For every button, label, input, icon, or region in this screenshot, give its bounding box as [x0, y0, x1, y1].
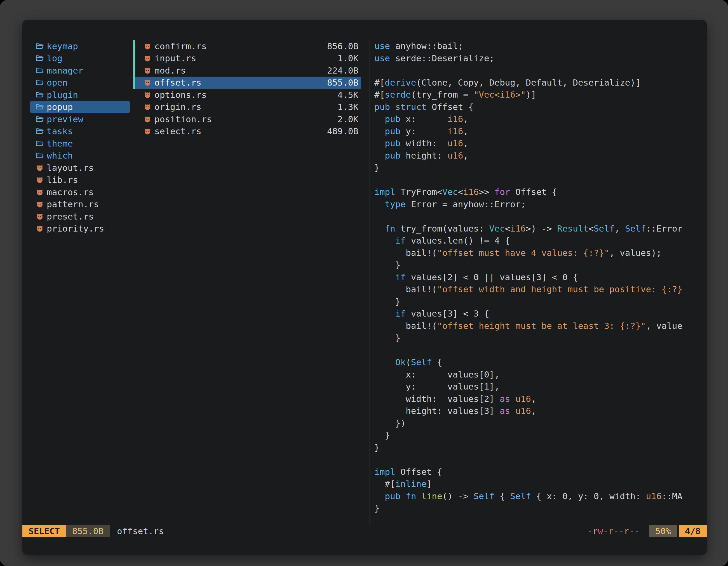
code-line: pub struct Offset {: [374, 101, 705, 113]
current-directory-pane: confirm.rs856.0Binput.rs1.0Kmod.rs224.0B…: [134, 40, 361, 137]
item-label: layout.rs: [47, 163, 94, 173]
code-line: pub x: i16,: [374, 113, 705, 125]
file-name: options.rs: [154, 90, 207, 100]
code-line: #[serde(try_from = "Vec<i16>")]: [374, 89, 705, 101]
item-label: open: [47, 78, 68, 88]
file-size: 4.5K: [337, 90, 358, 100]
item-label: priority.rs: [47, 224, 104, 234]
code-line: Ok(Self {: [374, 356, 705, 368]
sidebar-item-plugin[interactable]: plugin: [30, 89, 130, 101]
file-size-badge: 855.0B: [66, 525, 110, 537]
code-line: pub y: i16,: [374, 125, 705, 138]
file-name: position.rs: [154, 114, 212, 124]
selection-marker: [133, 113, 135, 125]
item-label: popup: [47, 102, 73, 112]
item-label: theme: [47, 139, 73, 149]
code-line: #[derive(Clone, Copy, Debug, Default, De…: [374, 77, 705, 89]
selection-marker: [133, 40, 135, 52]
code-line: }: [374, 429, 705, 441]
sidebar-item-which[interactable]: which: [30, 150, 130, 162]
file-row-confirm-rs[interactable]: confirm.rs856.0B: [134, 40, 361, 52]
file-size: 489.0B: [327, 126, 358, 136]
code-line: [374, 174, 705, 186]
code-line: [374, 210, 705, 223]
code-line: bail!("offset height must be at least 3:…: [374, 320, 705, 332]
file-preview-pane: use anyhow::bail;use serde::Deserialize;…: [374, 40, 705, 515]
sidebar-item-layout-rs[interactable]: layout.rs: [30, 162, 130, 174]
sidebar-item-popup[interactable]: popup: [30, 101, 130, 113]
folder-icon: [36, 115, 44, 123]
rust-file-icon: [143, 127, 152, 135]
code-line: if values[3] < 3 {: [374, 307, 705, 320]
sidebar-item-preview[interactable]: preview: [30, 113, 130, 125]
code-line: bail!("offset width and height must be p…: [374, 283, 705, 295]
sidebar-item-priority-rs[interactable]: priority.rs: [30, 223, 130, 235]
file-name: select.rs: [154, 126, 201, 136]
file-row-position-rs[interactable]: position.rs2.0K: [134, 113, 361, 125]
desktop-background: keymaplogmanageropenpluginpopuppreviewta…: [0, 0, 728, 566]
sidebar-item-log[interactable]: log: [30, 52, 130, 65]
file-name: offset.rs: [154, 78, 201, 88]
rust-file-icon: [36, 188, 44, 196]
code-line: impl TryFrom<Vec<i16>> for Offset {: [374, 186, 705, 198]
rust-file-icon: [36, 212, 44, 221]
rust-file-icon: [143, 115, 152, 123]
file-size: 1.3K: [337, 102, 358, 112]
file-row-offset-rs[interactable]: offset.rs855.0B: [134, 77, 361, 89]
folder-icon: [36, 42, 44, 50]
file-row-origin-rs[interactable]: origin.rs1.3K: [134, 101, 361, 113]
file-name: origin.rs: [154, 102, 201, 112]
file-size: 856.0B: [327, 41, 358, 51]
file-row-input-rs[interactable]: input.rs1.0K: [134, 52, 361, 65]
rust-file-icon: [36, 176, 44, 184]
file-size: 1.0K: [337, 53, 358, 63]
selection-marker: [133, 64, 135, 77]
code-line: pub fn line() -> Self { Self { x: 0, y: …: [374, 490, 705, 502]
pane-divider: [370, 40, 370, 524]
sidebar-item-lib-rs[interactable]: lib.rs: [30, 174, 130, 186]
item-label: log: [47, 53, 62, 63]
sidebar-item-pattern-rs[interactable]: pattern.rs: [30, 198, 130, 211]
sidebar-item-tasks[interactable]: tasks: [30, 125, 130, 138]
rust-file-icon: [143, 54, 152, 62]
code-line: type Error = anyhow::Error;: [374, 198, 705, 211]
sidebar-item-preset-rs[interactable]: preset.rs: [30, 210, 130, 223]
file-row-mod-rs[interactable]: mod.rs224.0B: [134, 64, 361, 77]
file-name: input.rs: [154, 53, 196, 63]
code-line: }: [374, 441, 705, 454]
folder-icon: [36, 139, 44, 148]
sidebar-item-theme[interactable]: theme: [30, 137, 130, 150]
sidebar-item-open[interactable]: open: [30, 77, 130, 89]
status-bar: SELECT 855.0B offset.rs -rw-r--r-- 50% 4…: [22, 525, 707, 537]
code-line: x: values[0],: [374, 368, 705, 381]
code-line: }: [374, 502, 705, 515]
rust-file-icon: [143, 103, 152, 111]
status-filename: offset.rs: [117, 526, 164, 536]
item-label: manager: [47, 65, 83, 76]
code-line: [374, 344, 705, 356]
item-label: preset.rs: [47, 212, 94, 222]
code-line: width: values[2] as u16,: [374, 393, 705, 405]
file-size: 855.0B: [327, 78, 358, 88]
code-line: }): [374, 417, 705, 429]
yazi-file-manager-window: keymaplogmanageropenpluginpopuppreviewta…: [22, 20, 707, 555]
code-line: }: [374, 295, 705, 308]
file-row-options-rs[interactable]: options.rs4.5K: [134, 89, 361, 101]
selection-marker: [133, 52, 135, 65]
code-line: y: values[1],: [374, 380, 705, 393]
item-label: keymap: [47, 41, 78, 51]
code-line: }: [374, 259, 705, 271]
code-line: impl Offset {: [374, 466, 705, 478]
rust-file-icon: [143, 42, 152, 50]
code-line: bail!("offset must have 4 values: {:?}",…: [374, 247, 705, 259]
file-row-select-rs[interactable]: select.rs489.0B: [134, 125, 361, 138]
item-label: plugin: [47, 90, 78, 100]
rust-file-icon: [143, 66, 152, 75]
sidebar-item-manager[interactable]: manager: [30, 64, 130, 77]
code-line: }: [374, 332, 705, 344]
selection-marker: [133, 89, 135, 101]
code-line: }: [374, 162, 705, 174]
sidebar-item-keymap[interactable]: keymap: [30, 40, 130, 52]
rust-file-icon: [143, 91, 152, 99]
sidebar-item-macros-rs[interactable]: macros.rs: [30, 186, 130, 198]
